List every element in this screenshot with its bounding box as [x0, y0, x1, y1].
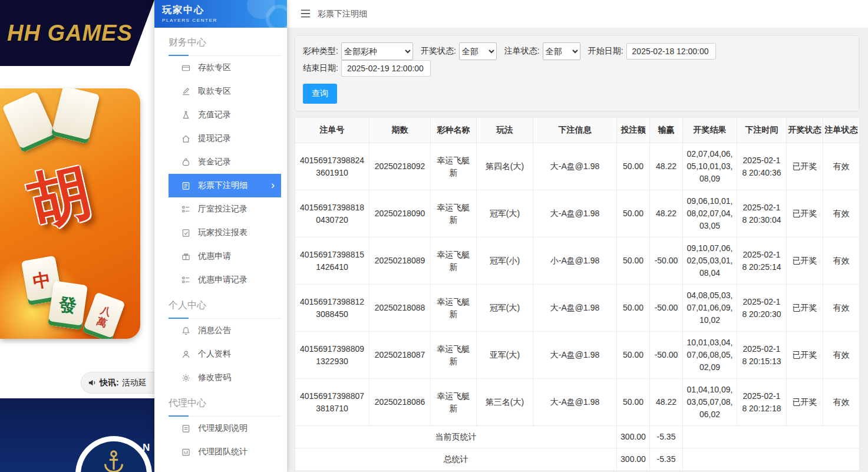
cell-play: 第三名(大) [477, 379, 533, 426]
sidebar-item-label: 存款专区 [198, 62, 231, 73]
sidebar-item-label: 提现记录 [198, 133, 231, 144]
cell-draw-status: 已开奖 [787, 332, 823, 379]
cell-info: 大-A盘@1.98 [533, 143, 617, 190]
cell-lottery: 幸运飞艇新 [431, 285, 477, 332]
cell-status: 有效 [823, 332, 860, 379]
menu-icon[interactable] [301, 9, 311, 18]
sidebar-item-lottery-bet-details[interactable]: 彩票下注明细 [169, 174, 281, 197]
money-bag-icon [181, 158, 190, 167]
mahjong-tile-bawan: 八萬 [82, 292, 125, 339]
sidebar-item-label: 取款专区 [198, 86, 231, 97]
end-date-input[interactable] [341, 60, 431, 77]
sidebar-item-profile[interactable]: 个人资料 [169, 342, 281, 366]
mahjong-tile-decoration [2, 91, 57, 153]
col-period: 期数 [369, 118, 431, 143]
cell-winloss: -50.00 [650, 237, 683, 285]
sidebar-item-label: 玩家投注报表 [198, 227, 247, 238]
cell-info: 大-A盘@1.98 [533, 332, 617, 379]
cell-period: 20250218092 [369, 143, 431, 190]
draw-status-label: 开奖状态: [421, 46, 456, 57]
cell-winloss: -50.00 [650, 285, 683, 332]
record-list-icon [181, 276, 190, 285]
bet-table-card: 注单号 期数 彩种名称 玩法 下注信息 投注额 输赢 开奖结果 下注时间 开奖状… [295, 117, 859, 471]
cell-result: 10,01,03,04,07,06,08,05,02,09 [683, 332, 737, 379]
col-lottery-name: 彩种名称 [431, 118, 477, 143]
site-badge-inner [81, 441, 147, 472]
section-title-finance: 财务中心 [169, 29, 281, 56]
cell-status: 有效 [823, 285, 860, 332]
sidebar-item-label: 代理规则说明 [198, 423, 247, 434]
summary-winloss: -5.35 [650, 426, 683, 448]
flask-icon [181, 111, 190, 120]
draw-status-select[interactable]: 全部 [459, 42, 497, 60]
page-title: 彩票下注明细 [318, 9, 367, 19]
ticker-text: 活动延 [122, 378, 147, 388]
tile-fa-character: 發 [57, 292, 78, 319]
total-summary-row: 总统计 300.00 -5.35 [295, 448, 860, 471]
cell-info: 大-A盘@1.98 [533, 285, 617, 332]
news-ticker: 快讯: 活动延 [81, 372, 154, 394]
pen-icon [181, 87, 190, 96]
cell-winloss: 48.22 [650, 190, 683, 237]
cell-amount: 50.00 [617, 190, 650, 237]
cell-amount: 50.00 [617, 379, 650, 426]
cell-bet-id: 401569173988123088450 [295, 285, 369, 332]
tile-bawan-character: 八萬 [94, 304, 113, 329]
cell-draw-status: 已开奖 [787, 285, 823, 332]
sidebar-item-fund-records[interactable]: 资金记录 [169, 150, 281, 174]
cell-bet-id: 401569173988180430720 [295, 190, 369, 237]
sidebar-item-promo-apply[interactable]: 优惠申请 [169, 245, 281, 268]
sidebar-item-change-password[interactable]: 修改密码 [169, 366, 281, 390]
sidebar-item-label: 彩票下注明细 [198, 180, 247, 191]
sidebar-title: 玩家中心 [162, 4, 287, 16]
sidebar-item-agent-team-stats[interactable]: 代理团队统计 [169, 440, 281, 464]
cell-lottery: 幸运飞艇新 [431, 332, 477, 379]
col-result: 开奖结果 [683, 118, 737, 143]
cell-time: 2025-02-18 20:40:36 [737, 143, 787, 190]
table-row: 401569173988123088450 20250218088 幸运飞艇新 … [295, 285, 860, 332]
brand-logo-text: HH GAMES [7, 21, 133, 46]
col-bet-id: 注单号 [295, 118, 369, 143]
bet-table: 注单号 期数 彩种名称 玩法 下注信息 投注额 输赢 开奖结果 下注时间 开奖状… [295, 117, 860, 471]
search-button[interactable]: 查询 [303, 84, 337, 104]
sidebar-item-deposit-zone[interactable]: 存款专区 [169, 56, 281, 80]
cell-lottery: 幸运飞艇新 [431, 237, 477, 285]
chevron-right-icon [271, 180, 275, 190]
sidebar-item-withdrawal-records[interactable]: 提现记录 [169, 127, 281, 150]
bet-status-label: 注单状态: [504, 46, 540, 57]
col-play: 玩法 [477, 118, 533, 143]
cell-play: 冠军(大) [477, 190, 533, 237]
cell-result: 02,07,04,06,05,10,01,03,08,09 [683, 143, 737, 190]
player-center-sidebar: 玩家中心 PLAYERS CENTER 财务中心 存款专区 取款专区 充值记录 … [154, 0, 287, 472]
sidebar-item-recharge-records[interactable]: 充值记录 [169, 103, 281, 127]
sidebar-item-promo-apply-records[interactable]: 优惠申请记录 [169, 268, 281, 292]
cell-time: 2025-02-18 20:15:13 [737, 332, 787, 379]
section-title-agent: 代理中心 [169, 390, 281, 417]
gear-icon [181, 374, 190, 382]
cell-bet-id: 401569173988091322930 [295, 332, 369, 379]
cell-amount: 50.00 [617, 143, 650, 190]
sidebar-item-label: 消息公告 [198, 325, 231, 336]
sidebar-item-player-bet-report[interactable]: 玩家投注报表 [169, 221, 281, 245]
badge-letter: N [143, 442, 150, 454]
bet-status-select[interactable]: 全部 [543, 42, 580, 60]
sidebar-item-hall-bet-records[interactable]: 厅室投注记录 [169, 197, 281, 221]
cell-amount: 50.00 [617, 332, 650, 379]
summary-label: 当前页统计 [295, 426, 617, 448]
cell-lottery: 幸运飞艇新 [431, 190, 477, 237]
sidebar-item-withdraw-zone[interactable]: 取款专区 [169, 80, 281, 103]
cell-lottery: 幸运飞艇新 [431, 379, 477, 426]
sidebar-item-agent-rules[interactable]: 代理规则说明 [169, 417, 281, 440]
sidebar-item-label: 资金记录 [198, 157, 231, 167]
speaker-icon [88, 378, 97, 387]
lottery-type-select[interactable]: 全部彩种 [341, 42, 413, 60]
footer-band: N [0, 398, 154, 472]
col-bet-status: 注单状态 [823, 118, 860, 143]
start-date-input[interactable] [626, 43, 716, 60]
section-title-personal: 个人中心 [169, 292, 281, 319]
sidebar-item-announcements[interactable]: 消息公告 [169, 319, 281, 342]
cell-info: 小-A盘@1.98 [533, 237, 617, 285]
promo-banner-image: 胡 中 發 八萬 [0, 88, 140, 339]
gift-icon [181, 252, 190, 261]
chart-icon [181, 448, 190, 457]
